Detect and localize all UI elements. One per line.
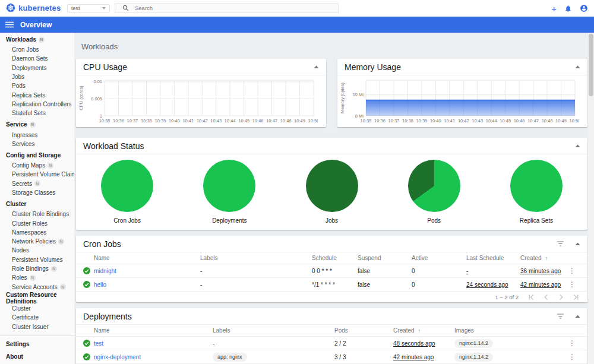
sidebar-item-persistent-volume-claims[interactable]: Persistent Volume ClaimsN [0, 170, 74, 179]
pie-chart[interactable] [203, 160, 255, 212]
memory-usage-card: Memory Usage 10:3510:3610:3710:3810:3910… [337, 59, 587, 127]
sidebar-item-secrets[interactable]: SecretsN [0, 179, 74, 188]
notifications-bell-icon[interactable] [564, 5, 572, 12]
column-header-schedule[interactable]: Schedule [312, 255, 358, 261]
sidebar-section-service[interactable]: ServiceN [0, 119, 74, 130]
pie-label: Deployments [212, 217, 247, 224]
last-schedule-link[interactable]: 24 seconds ago [466, 281, 520, 288]
sidebar-item-network-policies[interactable]: Network PoliciesN [0, 237, 74, 246]
first-page-icon[interactable] [528, 294, 535, 300]
row-menu-button[interactable]: ⋮ [564, 281, 580, 288]
column-header-last-schedule[interactable]: Last Schedule [466, 255, 520, 261]
collapse-arrow-icon[interactable] [575, 315, 580, 318]
column-header-created[interactable]: Created↑ [520, 255, 564, 261]
sidebar-item-settings[interactable]: Settings [0, 338, 74, 350]
sidebar-item-replica-sets[interactable]: Replica Sets [0, 90, 74, 99]
sidebar-item-cluster[interactable]: Cluster [0, 304, 74, 313]
labels-value: - [200, 281, 202, 288]
sidebar-item-role-bindings[interactable]: Role BindingsN [0, 264, 74, 273]
column-header-labels[interactable]: Labels [200, 255, 312, 261]
resource-name-link[interactable]: hello [94, 281, 200, 288]
pie-chart[interactable] [510, 160, 563, 212]
created-link[interactable]: 48 seconds ago [393, 340, 454, 347]
sidebar-section-workloads[interactable]: WorkloadsN [0, 34, 74, 45]
collapse-arrow-icon[interactable] [575, 65, 580, 68]
column-header-name[interactable]: Name [94, 255, 200, 261]
sidebar-item-config-maps[interactable]: Config MapsN [0, 161, 74, 170]
row-menu-button[interactable]: ⋮ [564, 340, 580, 347]
resource-name-link[interactable]: test [94, 340, 213, 347]
sidebar-section-cluster[interactable]: Cluster [0, 198, 74, 210]
sidebar-item-about[interactable]: About [0, 350, 74, 363]
sidebar-item-cluster-role-bindings[interactable]: Cluster Role Bindings [0, 210, 74, 219]
last-schedule-link[interactable]: - [466, 268, 520, 274]
svg-text:10:35: 10:35 [361, 118, 372, 124]
namespace-select[interactable]: test [67, 4, 110, 12]
collapse-arrow-icon[interactable] [575, 144, 580, 147]
filter-icon[interactable] [557, 314, 564, 319]
row-menu-button[interactable]: ⋮ [564, 267, 580, 274]
sidebar-item-certificate[interactable]: Certificate [0, 313, 74, 322]
create-resource-button[interactable]: + [551, 4, 557, 13]
svg-text:0.01: 0.01 [93, 79, 102, 84]
sidebar-item-roles[interactable]: RolesN [0, 273, 74, 282]
last-page-icon[interactable] [573, 294, 579, 300]
column-header-name[interactable]: Name [94, 327, 213, 334]
status-ok-icon [83, 267, 90, 274]
resource-name-link[interactable]: midnight [94, 268, 200, 274]
created-link[interactable]: 42 minutes ago [520, 281, 564, 288]
column-header-pods[interactable]: Pods [334, 327, 393, 334]
column-header-suspend[interactable]: Suspend [358, 255, 412, 261]
nav-item-label: Cluster Role Bindings [12, 211, 69, 217]
column-header-labels[interactable]: Labels [213, 327, 334, 334]
pie-chart[interactable] [306, 160, 358, 212]
sidebar-item-stateful-sets[interactable]: Stateful Sets [0, 109, 74, 118]
sidebar-item-services[interactable]: Services [0, 140, 74, 148]
vertical-scrollbar[interactable] [588, 33, 594, 364]
filter-icon[interactable] [557, 241, 564, 246]
sidebar-section-custom-resource-definitions[interactable]: Custom Resource Definitions [0, 293, 74, 304]
status-cell [83, 267, 94, 274]
column-header-images[interactable]: Images [454, 327, 564, 334]
sidebar-item-pods[interactable]: Pods [0, 81, 74, 90]
sidebar-item-service-accounts[interactable]: Service AccountsN [0, 283, 74, 292]
sidebar-item-cluster-roles[interactable]: Cluster Roles [0, 219, 74, 227]
sidebar-item-storage-classes[interactable]: Storage Classes [0, 188, 74, 197]
nav-item-label: Persistent Volumes [12, 257, 63, 263]
status-ok-icon [83, 353, 90, 360]
sidebar-item-nodes[interactable]: Nodes [0, 246, 74, 255]
sidebar-section-config-and-storage[interactable]: Config and Storage [0, 150, 74, 161]
hamburger-menu-icon[interactable] [5, 21, 14, 28]
header-actions: + [551, 0, 588, 17]
search-input[interactable] [135, 5, 313, 11]
next-page-icon[interactable] [558, 294, 564, 300]
previous-page-icon[interactable] [543, 294, 549, 300]
sidebar-item-deployments[interactable]: Deployments [0, 64, 74, 72]
user-account-icon[interactable] [580, 4, 588, 12]
resource-name-link[interactable]: nginx-deployment [94, 354, 213, 360]
created-link[interactable]: 42 minutes ago [393, 354, 454, 360]
sidebar-item-persistent-volumes[interactable]: Persistent Volumes [0, 255, 74, 264]
column-header-active[interactable]: Active [412, 255, 466, 261]
svg-text:10:35: 10:35 [99, 118, 110, 124]
sidebar-item-daemon-sets[interactable]: Daemon Sets [0, 54, 74, 63]
created-link[interactable]: 36 minutes ago [520, 268, 564, 274]
sidebar-item-ingresses[interactable]: Ingresses [0, 130, 74, 139]
pie-chart[interactable] [408, 160, 460, 212]
collapse-arrow-icon[interactable] [314, 65, 319, 68]
pie-chart[interactable] [101, 160, 153, 212]
row-menu-button[interactable]: ⋮ [564, 353, 580, 360]
collapse-arrow-icon[interactable] [575, 242, 580, 245]
sidebar-item-replication-controllers[interactable]: Replication Controllers [0, 100, 74, 109]
kubernetes-logo[interactable]: kubernetes [6, 3, 61, 12]
sidebar-item-cron-jobs[interactable]: Cron Jobs [0, 45, 74, 54]
svg-text:10:40: 10:40 [430, 118, 441, 124]
sidebar-item-namespaces[interactable]: Namespaces [0, 228, 74, 237]
sidebar-item-cluster-issuer[interactable]: Cluster Issuer [0, 322, 74, 331]
svg-text:10:36: 10:36 [374, 118, 386, 124]
svg-text:10:37: 10:37 [127, 118, 138, 124]
column-header-created[interactable]: Created↑ [393, 327, 454, 334]
scrollbar-thumb[interactable] [589, 34, 593, 96]
sidebar-item-jobs[interactable]: Jobs [0, 72, 74, 81]
pie-label: Cron Jobs [113, 217, 141, 224]
